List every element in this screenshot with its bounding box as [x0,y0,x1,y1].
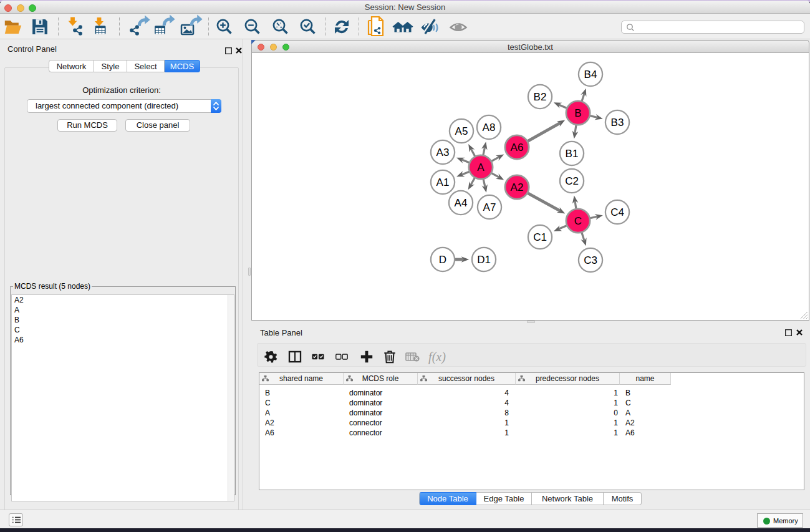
svg-text:A8: A8 [483,122,496,133]
svg-text:C3: C3 [584,254,597,266]
svg-text:C: C [574,215,582,227]
svg-text:A6: A6 [511,142,524,153]
svg-text:f(x): f(x) [428,350,446,364]
svg-text:B: B [574,107,581,119]
svg-text:D: D [439,254,446,266]
svg-text:A1: A1 [436,177,450,188]
svg-text:B2: B2 [534,91,547,103]
svg-text:C1: C1 [533,231,547,243]
svg-text:B1: B1 [566,148,579,160]
svg-text:C4: C4 [610,206,624,218]
svg-text:A2: A2 [511,181,524,193]
svg-text:B4: B4 [584,69,597,80]
svg-text:B3: B3 [611,117,624,128]
svg-text:A5: A5 [455,125,468,137]
svg-text:C2: C2 [565,175,579,187]
svg-text:A7: A7 [483,201,496,213]
svg-text:A3: A3 [436,147,450,158]
svg-text:D1: D1 [477,254,491,266]
svg-text:A: A [477,162,485,173]
svg-text:A4: A4 [455,197,468,209]
